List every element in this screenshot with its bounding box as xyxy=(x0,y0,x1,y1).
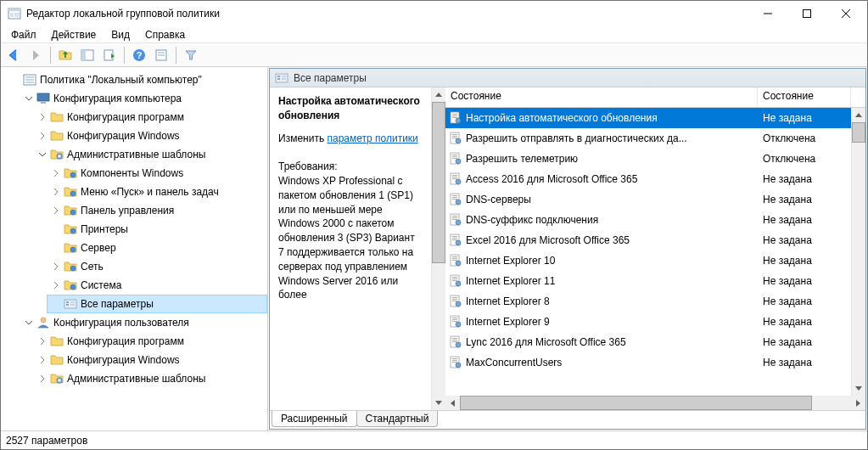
menu-help[interactable]: Справка xyxy=(138,27,192,42)
tree-uc-windows[interactable]: Конфигурация Windows xyxy=(33,351,267,369)
window-title: Редактор локальной групповой политики xyxy=(26,8,748,20)
allsettings-icon xyxy=(64,297,77,311)
tree-uc-programs[interactable]: Конфигурация программ xyxy=(33,332,267,351)
list-row[interactable]: Internet Explorer 10Не задана xyxy=(445,250,851,271)
list-row[interactable]: Internet Explorer 8Не задана xyxy=(445,291,851,312)
tree-label: Панель управления xyxy=(81,205,174,217)
collapse-icon[interactable] xyxy=(23,93,35,104)
menu-file[interactable]: Файл xyxy=(4,27,43,42)
expand-icon[interactable] xyxy=(50,205,62,217)
folder-icon xyxy=(64,166,77,180)
folder-icon xyxy=(64,204,77,217)
edit-policy-link[interactable]: параметр политики xyxy=(327,132,417,144)
collapse-icon[interactable] xyxy=(36,149,48,160)
help-button[interactable]: ? xyxy=(130,46,148,65)
tree-server[interactable]: Сервер xyxy=(47,239,267,257)
list-row[interactable]: MaxConcurrentUsersНе задана xyxy=(445,352,851,373)
expand-icon[interactable] xyxy=(36,111,48,123)
expand-icon[interactable] xyxy=(50,167,62,179)
export-list-button[interactable] xyxy=(100,46,119,65)
back-button[interactable] xyxy=(4,46,23,65)
row-name: Excel 2016 для Microsoft Office 365 xyxy=(466,234,630,246)
scroll-left-icon[interactable] xyxy=(445,396,460,410)
tree-start-menu[interactable]: Меню «Пуск» и панель задач xyxy=(47,183,267,201)
list-row[interactable]: Разрешить отправлять в диагностических д… xyxy=(445,128,851,149)
expand-icon[interactable] xyxy=(36,354,48,366)
list-row[interactable]: Lync 2016 для Microsoft Office 365Не зад… xyxy=(445,332,851,352)
minimize-button[interactable] xyxy=(748,1,787,26)
tree-control-panel[interactable]: Панель управления xyxy=(47,201,267,220)
scroll-up-icon[interactable] xyxy=(432,87,445,102)
tree-panel: Политика "Локальный компьютер" Конфигура… xyxy=(1,67,268,430)
desc-edit-line: Изменить параметр политики xyxy=(278,132,423,146)
properties-button[interactable] xyxy=(152,46,171,65)
expand-icon[interactable] xyxy=(36,335,48,347)
toolbar-separator xyxy=(124,47,125,64)
list-rows: Настройка автоматического обновленияНе з… xyxy=(445,108,851,396)
filter-button[interactable] xyxy=(182,46,200,65)
tree-printers[interactable]: Принтеры xyxy=(47,220,267,239)
tree-network[interactable]: Сеть xyxy=(47,257,267,276)
tree-cc-windows[interactable]: Конфигурация Windows xyxy=(33,127,267,145)
list-hscrollbar[interactable] xyxy=(445,396,865,410)
list-row[interactable]: Excel 2016 для Microsoft Office 365Не за… xyxy=(445,230,851,250)
tab-standard[interactable]: Стандартный xyxy=(356,411,439,427)
expand-icon[interactable] xyxy=(36,373,48,385)
forward-button[interactable] xyxy=(26,46,45,65)
scroll-right-icon[interactable] xyxy=(851,396,865,410)
tree-uc-admin-templates[interactable]: Административные шаблоны xyxy=(33,369,267,388)
tree-all-settings[interactable]: Все параметры xyxy=(47,295,267,313)
tree-label: Все параметры xyxy=(81,298,154,310)
list-row[interactable]: Разрешить телеметриюОтключена xyxy=(445,149,851,169)
list-row[interactable]: DNS-суффикс подключенияНе задана xyxy=(445,210,851,230)
expand-icon[interactable] xyxy=(50,186,62,198)
policy-item-icon xyxy=(449,254,462,267)
list-row[interactable]: Настройка автоматического обновленияНе з… xyxy=(445,108,851,128)
policy-item-icon xyxy=(449,172,462,186)
menu-action[interactable]: Действие xyxy=(45,27,104,42)
expand-icon[interactable] xyxy=(36,130,48,142)
col-state-value[interactable]: Состояние xyxy=(758,87,851,107)
row-state: Отключена xyxy=(758,153,851,165)
right-header-title: Все параметры xyxy=(294,72,367,84)
list-row[interactable]: Internet Explorer 11Не задана xyxy=(445,271,851,291)
tree-cc-admin-templates[interactable]: Административные шаблоны xyxy=(33,145,267,164)
statusbar: 2527 параметров xyxy=(1,430,867,449)
policy-item-icon xyxy=(449,356,462,369)
desc-title: Настройка автоматического обновления xyxy=(278,94,423,123)
tree-user-config[interactable]: Конфигурация пользователя xyxy=(20,313,267,332)
row-name: Internet Explorer 8 xyxy=(466,295,550,307)
tree-root[interactable]: Политика "Локальный компьютер" xyxy=(6,70,267,89)
expand-icon[interactable] xyxy=(50,279,62,291)
menu-view[interactable]: Вид xyxy=(104,27,137,42)
maximize-button[interactable] xyxy=(787,1,826,26)
desc-scrollbar[interactable] xyxy=(431,87,445,410)
scroll-down-icon[interactable] xyxy=(852,381,865,396)
collapse-icon[interactable] xyxy=(23,317,35,329)
tree-label: Конфигурация Windows xyxy=(67,354,180,366)
col-state-name[interactable]: Состояние xyxy=(445,87,758,107)
row-name: Разрешить отправлять в диагностических д… xyxy=(466,132,687,144)
list-scrollbar[interactable] xyxy=(851,108,865,396)
policy-item-icon xyxy=(449,295,462,308)
list-row[interactable]: Access 2016 для Microsoft Office 365Не з… xyxy=(445,169,851,189)
row-state: Не задана xyxy=(758,234,851,246)
scroll-down-icon[interactable] xyxy=(432,396,445,410)
list-row[interactable]: DNS-серверыНе задана xyxy=(445,189,851,210)
expand-icon[interactable] xyxy=(50,261,62,273)
list-header: Состояние Состояние xyxy=(445,87,865,108)
up-button[interactable] xyxy=(56,46,75,65)
monitor-icon xyxy=(36,92,50,105)
tree-computer-config[interactable]: Конфигурация компьютера xyxy=(20,89,267,108)
scroll-up-icon[interactable] xyxy=(852,108,865,122)
tab-extended[interactable]: Расширенный xyxy=(272,411,357,427)
show-hide-tree-button[interactable] xyxy=(78,46,97,65)
tree-cc-programs[interactable]: Конфигурация программ xyxy=(33,108,267,127)
main-window: Редактор локальной групповой политики Фа… xyxy=(0,0,868,450)
close-button[interactable] xyxy=(826,1,865,26)
tree-win-components[interactable]: Компоненты Windows xyxy=(47,164,267,183)
folder-icon xyxy=(50,129,64,143)
list-row[interactable]: Internet Explorer 9Не задана xyxy=(445,312,851,332)
tree-system[interactable]: Система xyxy=(47,276,267,295)
tree-label: Принтеры xyxy=(81,223,128,235)
